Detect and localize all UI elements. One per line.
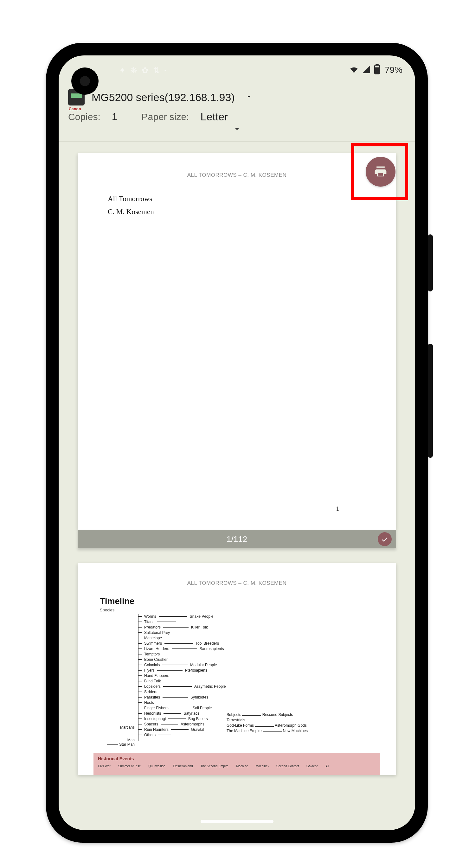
- timeline-row: PredatorsKiller Folk: [139, 625, 208, 629]
- timeline-row: Ruin HauntersGravital: [139, 727, 204, 732]
- historical-event: Second Contact: [276, 765, 299, 768]
- timeline-row: ParasitesSymbiotes: [139, 695, 208, 700]
- timeline-row: SwimmersTool Breeders: [139, 641, 219, 646]
- timeline-col3-row: Terrestrials: [227, 718, 245, 722]
- timeline-row: FlyersPterosapiens: [139, 668, 207, 673]
- historical-events-title: Historical Events: [98, 756, 376, 761]
- timeline-row: ColonialsModular People: [139, 663, 217, 667]
- timeline-left-label: Man: [97, 738, 135, 742]
- print-settings-row: Copies: 1 Paper size: Letter: [59, 108, 415, 124]
- preview-page-1[interactable]: ALL TOMORROWS – C. M. KOSEMEN All Tomorr…: [78, 153, 396, 530]
- wifi-icon: [349, 65, 359, 75]
- historical-event: Qu Invasion: [148, 765, 165, 768]
- page-counter: 1/112: [227, 534, 247, 544]
- chevron-down-icon: [245, 93, 253, 102]
- status-right: 79%: [349, 64, 403, 76]
- timeline-row: Bone Crusher: [139, 657, 168, 662]
- paper-size-value[interactable]: Letter: [201, 111, 228, 123]
- timeline-row: Hand Flappers: [139, 674, 169, 678]
- doc-title: All Tomorrows: [108, 192, 366, 205]
- timeline-col3-row: Subjects Rescued Subjects: [227, 712, 293, 717]
- timeline-row: Saltatorial Prey: [139, 630, 170, 635]
- signal-icon: [362, 65, 371, 75]
- timeline-col3-row: The Machine Empire New Machines: [227, 728, 308, 733]
- timeline-left-label: Star Man: [119, 742, 135, 747]
- timeline-row: Striders: [139, 690, 157, 694]
- front-camera: [71, 67, 98, 95]
- historical-event: Civil War: [98, 765, 111, 768]
- historical-event: Extinction and: [173, 765, 193, 768]
- timeline-row: Mantelope: [139, 636, 162, 640]
- timeline-diagram: Martians Man Star Man WormsSnake PeopleT…: [100, 614, 380, 750]
- historical-events-band: Historical Events Civil WarSummer of Ris…: [93, 753, 380, 775]
- historical-event: Machine: [236, 765, 248, 768]
- historical-event: All: [325, 765, 329, 768]
- doc-running-header: ALL TOMORROWS – C. M. KOSEMEN: [78, 153, 396, 178]
- paper-size-label: Paper size:: [142, 112, 189, 122]
- timeline-row: Hosts: [139, 701, 154, 705]
- historical-event: Summer of Rise: [118, 765, 141, 768]
- status-icon: ⇅: [153, 66, 160, 75]
- timeline-row: Temptors: [139, 652, 160, 656]
- battery-icon: [374, 64, 380, 76]
- page-selected-toggle[interactable]: [378, 532, 392, 546]
- annotation-highlight-box: [351, 143, 408, 200]
- status-bar: ✦ ❋ ✿ ⇅ • 79%: [59, 56, 415, 83]
- status-icon: ❋: [130, 66, 137, 75]
- copies-label: Copies:: [68, 112, 100, 122]
- battery-percentage: 79%: [385, 65, 403, 75]
- status-icon: ✦: [119, 66, 126, 75]
- timeline-row: LopsidersAssymetric People: [139, 684, 226, 689]
- status-left-icons: ✦ ❋ ✿ ⇅ •: [119, 66, 166, 75]
- timeline-left-label: Martians: [97, 725, 135, 730]
- status-icon: ✿: [142, 66, 149, 75]
- preview-page-2[interactable]: ALL TOMORROWS – C. M. KOSEMEN Timeline S…: [78, 563, 396, 775]
- timeline-row: WormsSnake People: [139, 614, 213, 619]
- status-icon: •: [165, 68, 166, 73]
- phone-side-button-volume: [428, 344, 433, 458]
- timeline-row: Titans: [139, 620, 176, 624]
- timeline-row: InsectophagiBug Facers: [139, 717, 208, 721]
- timeline-heading: Timeline: [78, 586, 396, 608]
- printer-selector[interactable]: Canon MG5200 series(192.168.1.93): [59, 83, 415, 108]
- chevron-down-icon: [232, 124, 242, 135]
- historical-event: Galactic: [306, 765, 318, 768]
- timeline-row: Lizard HerdersSaurosapients: [139, 647, 224, 651]
- gesture-nav-bar[interactable]: [201, 820, 273, 823]
- timeline-row: Others: [139, 733, 171, 737]
- species-axis-label: Species: [78, 608, 396, 612]
- timeline-row: SpacersAsteromorphs: [139, 722, 204, 726]
- copies-value[interactable]: 1: [112, 111, 118, 123]
- historical-event: Machine-: [256, 765, 269, 768]
- timeline-row: Finger FishersSail People: [139, 706, 212, 710]
- historical-event: The Second Empire: [201, 765, 229, 768]
- svg-rect-2: [375, 67, 380, 74]
- timeline-col3-row: God-Like Forms Asteromorph Gods: [227, 723, 307, 728]
- print-preview-area[interactable]: ALL TOMORROWS – C. M. KOSEMEN All Tomorr…: [59, 142, 415, 775]
- doc-running-header: ALL TOMORROWS – C. M. KOSEMEN: [78, 563, 396, 586]
- phone-side-button-power: [428, 235, 433, 291]
- doc-page-number: 1: [336, 505, 340, 512]
- expand-settings-button[interactable]: [59, 124, 415, 141]
- timeline-row: HedonistsSatyriacs: [139, 711, 199, 716]
- doc-author: C. M. Kosemen: [108, 205, 366, 218]
- page-indicator-strip: 1/112: [78, 530, 396, 548]
- timeline-row: Blind Folk: [139, 679, 161, 683]
- printer-name: MG5200 series(192.168.1.93): [92, 91, 235, 103]
